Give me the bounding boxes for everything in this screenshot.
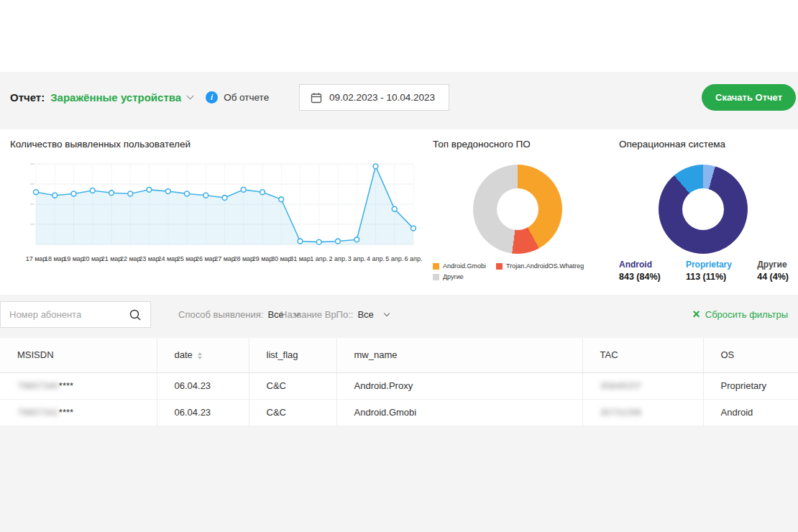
legend-label: Другие [443,273,464,280]
cell-msisdn: 79857340**** [0,372,157,399]
os-stat-android: Android 843 (84%) [619,260,661,282]
sort-icon [198,352,202,359]
report-type-dropdown[interactable]: Заражённые устройства [50,91,193,104]
cell-mw-name: Android.Gmobi [336,399,582,426]
search-input[interactable] [1,309,129,320]
column-header-mw-name: mw_name [336,338,582,372]
column-header-list-flag: list_flag [249,338,336,372]
cell-os: Android [703,399,798,426]
legend-item: Trojan.AndroidOS.Whatreg [496,262,584,270]
msisdn-masked: 79857341 [17,407,59,418]
legend-item: Другие [433,273,464,280]
legend-item: Android.Gmobi [433,262,486,270]
os-stat-value: 44 (4%) [757,272,789,282]
legend-swatch [496,263,503,270]
cell-list-flag: C&C [249,399,336,426]
download-report-button[interactable]: Скачать Отчет [702,84,796,111]
report-title: Заражённые устройства [50,91,181,104]
date-range-picker[interactable]: 09.02.2023 - 10.04.2023 [299,84,449,111]
os-stats: Android 843 (84%) Proprietary 113 (11%) … [619,260,789,282]
legend-swatch [433,263,439,270]
line-chart-title: Количество выявленных пользователей [10,139,423,150]
reset-filters-button[interactable]: × Сбросить фильтры [692,301,788,328]
malware-donut-title: Топ вредоносного ПО [433,139,598,150]
subscriber-search [0,301,151,328]
info-icon[interactable]: i [206,91,218,104]
os-stat-value: 113 (11%) [686,272,732,282]
select-value: Все [357,309,373,320]
calendar-icon [311,92,322,104]
cell-mw-name: Android.Proxy [336,372,582,399]
cell-os: Proprietary [703,372,798,399]
legend-label: Trojan.AndroidOS.Whatreg [506,262,584,270]
table-header: MSISDN date list_flag mw_name TAC OS [0,338,798,372]
date-range-value: 09.02.2023 - 10.04.2023 [329,92,435,103]
cell-list-flag: C&C [249,372,336,399]
select-label: Название ВрПо:: [280,309,353,320]
report-label: Отчет: [10,91,45,104]
chevron-down-icon [384,311,390,316]
report-toolbar-left: Отчет: Заражённые устройства i Об отчете [10,72,269,122]
os-stat-name: Proprietary [686,260,732,270]
os-donut-chart [659,165,748,254]
table-row: 79857340**** 06.04.23 C&C Android.Proxy … [0,372,798,399]
column-header-os: OS [703,338,798,372]
os-stat-name: Android [619,260,661,270]
tac-masked: 35849207 [600,380,642,391]
os-stat-name: Другие [757,260,789,270]
filter-bar: Способ выявления: Все Название ВрПо:: Вс… [0,301,798,329]
users-line-chart-section: Количество выявленных пользователей 17 м… [10,139,423,264]
x-axis-label: 6 апр. [401,255,426,262]
report-toolbar: Отчет: Заражённые устройства i Об отчете… [0,72,798,122]
select-label: Способ выявления: [178,309,263,320]
os-stat-other: Другие 44 (4%) [757,260,789,282]
malware-name-select[interactable]: Название ВрПо:: Все [280,301,389,328]
legend-label: Android.Gmobi [443,262,486,270]
cell-tac: 35849207 [582,372,703,399]
about-report-label: Об отчете [224,92,269,103]
infected-devices-table: MSISDN date list_flag mw_name TAC OS 798… [0,338,798,426]
cell-date: 06.04.23 [157,399,249,426]
malware-donut-section: Топ вредоносного ПО Android.Gmobi Trojan… [433,139,598,290]
os-donut-section: Операционная система Android 843 (84%) P… [619,139,791,290]
table-row: 79857341**** 06.04.23 C&C Android.Gmobi … [0,399,798,426]
tac-masked: 35731099 [600,407,642,418]
reset-filters-label: Сбросить фильтры [705,309,788,320]
legend-swatch [433,274,439,280]
cell-date: 06.04.23 [157,372,249,399]
msisdn-masked: 79857340 [17,380,59,391]
cell-tac: 35731099 [582,399,703,426]
malware-donut-chart [473,165,562,254]
column-header-tac: TAC [582,338,703,372]
os-donut-title: Операционная система [619,139,791,150]
chevron-down-icon [187,92,194,99]
charts-panel: Количество выявленных пользователей 17 м… [0,129,798,295]
column-header-date[interactable]: date [157,338,249,372]
os-stat-proprietary: Proprietary 113 (11%) [686,260,732,282]
search-icon[interactable] [129,308,142,321]
malware-legend: Android.Gmobi Trojan.AndroidOS.Whatreg Д… [433,262,598,280]
column-header-msisdn: MSISDN [0,338,157,372]
cell-msisdn: 79857341**** [0,399,157,426]
line-chart-x-axis: 17 мар18 мар19 мар20 мар21 мар22 мар23 м… [10,255,423,264]
os-stat-value: 843 (84%) [619,272,661,282]
close-icon: × [692,308,700,321]
line-chart [10,158,423,253]
